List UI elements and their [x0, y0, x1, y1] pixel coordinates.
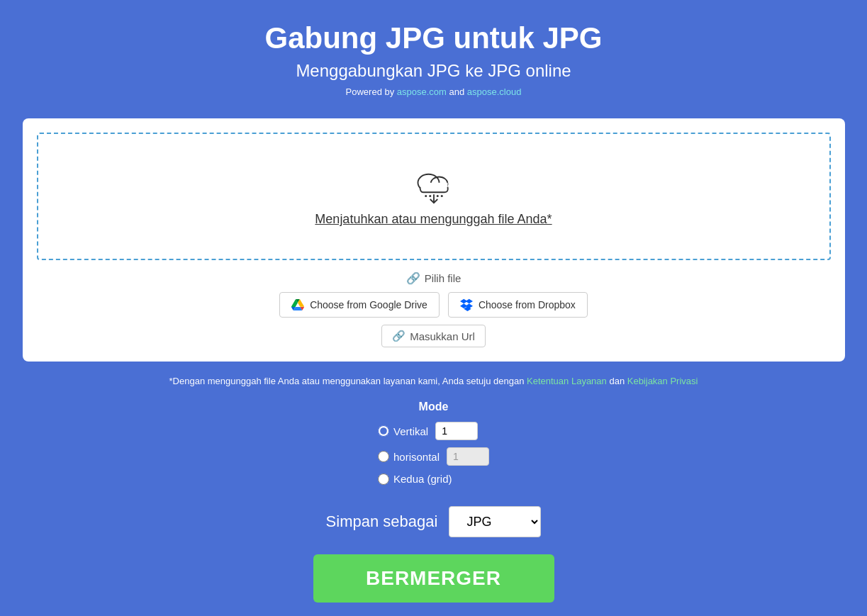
dropbox-button[interactable]: Choose from Dropbox	[448, 292, 588, 318]
upload-container: Menjatuhkan atau mengunggah file Anda* 🔗…	[23, 118, 845, 362]
kedua-text: Kedua (grid)	[393, 473, 452, 485]
terms-prefix: *Dengan mengunggah file Anda atau menggu…	[169, 376, 527, 386]
mode-row-kedua: Kedua (grid)	[378, 473, 489, 485]
powered-by-prefix: Powered by	[346, 86, 397, 97]
svg-rect-2	[420, 183, 447, 193]
google-drive-button[interactable]: Choose from Google Drive	[279, 292, 440, 318]
svg-point-5	[429, 195, 431, 197]
dropbox-icon	[460, 298, 473, 311]
mode-section: Mode Vertikal horisontal Kedua (grid)	[378, 401, 489, 492]
terms-middle: dan	[607, 376, 627, 386]
link-icon: 🔗	[406, 271, 420, 285]
horisontal-radio[interactable]	[378, 451, 389, 462]
url-link-icon: 🔗	[392, 330, 405, 342]
horisontal-label: horisontal	[378, 451, 440, 463]
enter-url-button[interactable]: 🔗 Masukkan Url	[381, 325, 486, 347]
svg-point-4	[425, 195, 427, 197]
pick-file-button[interactable]: 🔗 Pilih file	[406, 271, 462, 285]
google-drive-icon	[291, 298, 304, 311]
pick-file-label: Pilih file	[425, 272, 462, 284]
kedua-label: Kedua (grid)	[378, 473, 452, 485]
kedua-radio[interactable]	[378, 474, 389, 485]
file-actions: 🔗 Pilih file Choose from Google Drive	[37, 271, 831, 347]
svg-point-6	[436, 195, 438, 197]
save-label: Simpan sebagai	[326, 513, 438, 531]
aspose-com-link[interactable]: aspose.com	[397, 86, 447, 97]
mode-row-vertikal: Vertikal	[378, 422, 489, 440]
page-header: Gabung JPG untuk JPG Menggabungkan JPG k…	[264, 21, 602, 97]
powered-by: Powered by aspose.com and aspose.cloud	[264, 86, 602, 97]
save-section: Simpan sebagai JPG PNG PDF TIFF	[326, 506, 542, 537]
powered-by-and: and	[447, 86, 467, 97]
gdrive-label: Choose from Google Drive	[310, 299, 427, 310]
mode-row-horisontal: horisontal	[378, 447, 489, 466]
vertikal-radio[interactable]	[378, 425, 389, 437]
vertikal-input[interactable]	[435, 422, 478, 440]
dropbox-label: Choose from Dropbox	[479, 299, 576, 310]
terms-text: *Dengan mengunggah file Anda atau menggu…	[169, 376, 698, 386]
cloud-upload-icon	[413, 166, 455, 205]
vertikal-label: Vertikal	[378, 425, 428, 437]
save-format-select[interactable]: JPG PNG PDF TIFF	[449, 506, 541, 537]
privacy-link[interactable]: Kebijakan Privasi	[627, 376, 698, 386]
mode-label: Mode	[378, 401, 489, 413]
drop-zone-text[interactable]: Menjatuhkan atau mengunggah file Anda*	[315, 212, 552, 227]
cloud-buttons: Choose from Google Drive Choose from Dro…	[279, 292, 588, 318]
mode-options: Vertikal horisontal Kedua (grid)	[378, 422, 489, 492]
horisontal-input	[447, 447, 489, 466]
horisontal-text: horisontal	[393, 451, 440, 463]
merge-button[interactable]: BERMERGER	[313, 554, 554, 603]
page-title: Gabung JPG untuk JPG	[264, 21, 602, 55]
svg-point-7	[440, 195, 442, 197]
vertikal-text: Vertikal	[393, 425, 428, 437]
terms-link[interactable]: Ketentuan Layanan	[527, 376, 607, 386]
page-subtitle: Menggabungkan JPG ke JPG online	[264, 61, 602, 81]
url-label: Masukkan Url	[410, 330, 475, 342]
drop-zone[interactable]: Menjatuhkan atau mengunggah file Anda*	[37, 133, 831, 260]
aspose-cloud-link[interactable]: aspose.cloud	[467, 86, 522, 97]
